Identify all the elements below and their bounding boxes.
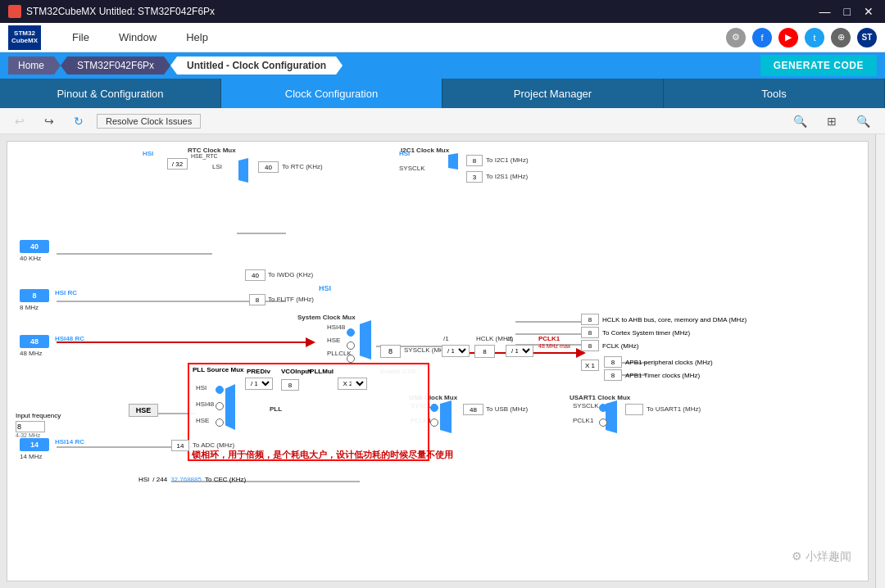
tab-tools[interactable]: Tools	[664, 79, 885, 108]
usb-radio-2[interactable]	[430, 418, 438, 427]
pll-radio-hsi[interactable]	[216, 386, 224, 394]
refresh-btn[interactable]: ↻	[67, 113, 90, 129]
twitter-icon[interactable]: t	[805, 28, 824, 47]
prediv-label: PREDiv	[247, 368, 270, 375]
pll-source-mux-tri[interactable]	[225, 384, 235, 430]
hsi-cec-label: HSI	[138, 476, 149, 483]
cec-div244: / 244	[152, 476, 167, 483]
input-freq-section: Input frequency 4-32 MHz	[16, 412, 61, 438]
facebook-icon[interactable]: f	[752, 28, 772, 47]
usart1-mux[interactable]	[606, 400, 617, 433]
usart1-clock-mux-label: USART1 Clock Mux	[570, 394, 630, 401]
settings-icon[interactable]: ⚙	[726, 28, 746, 47]
to-rtc-label: To RTC (KHz)	[282, 163, 323, 170]
menu-window[interactable]: Window	[112, 28, 163, 47]
apb1-peri-row: 8 APB1 peripheral clocks (MHz)	[604, 356, 833, 368]
sysclk-i2c-label: SYSCLK	[399, 165, 425, 172]
input-freq-range: 4-32 MHz	[16, 432, 61, 438]
breadcrumb: Home STM32F042F6Px Untitled - Clock Conf…	[0, 52, 885, 79]
hsi-pll-label: HSI	[319, 284, 331, 292]
pll-mul-label: *PLLMul	[307, 368, 334, 375]
hse-sys-label: HSE	[327, 337, 340, 344]
tab-bar: Pinout & Configuration Clock Configurati…	[0, 79, 885, 108]
cortex-sys-box: 8	[581, 327, 599, 338]
window-controls[interactable]: — □ ✕	[816, 5, 877, 18]
sys-mux-radio-hse[interactable]	[347, 341, 355, 350]
hsi14-rc-block: 14	[20, 438, 49, 451]
zoom-in-btn[interactable]: 🔍	[787, 113, 814, 129]
breadcrumb-chip[interactable]: STM32F042F6Px	[61, 57, 170, 75]
close-btn[interactable]: ✕	[860, 5, 877, 18]
hsi-rc-block: 8	[20, 289, 49, 302]
maximize-btn[interactable]: □	[841, 5, 854, 18]
pll-hse-label: HSE	[196, 417, 209, 424]
prediv-select[interactable]: / 1	[245, 378, 273, 390]
pll-hsi48-label: HSI48	[196, 400, 214, 408]
input-freq-input[interactable]	[16, 421, 45, 432]
i2c1-out-box: 8	[466, 155, 483, 166]
x1-box: X 1	[581, 360, 599, 371]
usart1-sysclk-label: SYSCLK	[573, 402, 599, 409]
system-clock-mux-label: System Clock Mux	[297, 314, 356, 321]
system-clk-mux[interactable]	[360, 320, 371, 360]
hclk-val-box: 8	[474, 345, 495, 358]
usb-radio-1[interactable]	[430, 404, 438, 412]
usb-mux[interactable]	[440, 400, 452, 433]
st-logo[interactable]: ST	[857, 28, 877, 47]
breadcrumb-active[interactable]: Untitled - Clock Configuration	[170, 57, 343, 75]
menu-bar: STM32CubeMX File Window Help ⚙ f ▶ t ⊕ S…	[0, 23, 885, 52]
menu-help[interactable]: Help	[179, 28, 215, 47]
redo-btn[interactable]: ↪	[38, 113, 61, 129]
tab-clock[interactable]: Clock Configuration	[221, 79, 442, 108]
resolve-clock-btn[interactable]: Resolve Clock Issues	[97, 114, 201, 129]
undo-btn[interactable]: ↩	[8, 113, 31, 129]
lsi-label: LSI	[212, 163, 222, 170]
to-adc-box: 14	[171, 440, 189, 451]
pll-mul-select[interactable]: X 2	[338, 378, 367, 390]
rtc-mux[interactable]	[238, 158, 248, 183]
fit-btn[interactable]: ⊞	[820, 113, 843, 129]
input-freq-label: Input frequency	[16, 412, 61, 419]
breadcrumb-home[interactable]: Home	[8, 57, 61, 75]
lsi-rc-sub: 40 KHz	[20, 255, 41, 262]
sys-mux-radio-hsi48[interactable]	[347, 328, 355, 337]
tab-project[interactable]: Project Manager	[442, 79, 664, 108]
zoom-out-btn[interactable]: 🔍	[850, 113, 877, 129]
to-cec-label: To CEC (KHz)	[205, 476, 246, 483]
clock-diagram[interactable]: RTC Clock Mux I2C1 Clock Mux HSI HSI / 3…	[7, 141, 869, 581]
network-icon[interactable]: ⊕	[831, 28, 851, 47]
fclk-label: FCLK (MHz)	[602, 342, 638, 350]
hse-rtc-label: HSE_RTC	[191, 153, 218, 159]
hclk-ahb-label: HCLK to AHB bus, core, memory and DMA (M…	[602, 316, 747, 323]
hsi14-sub: 14 MHz	[20, 453, 43, 460]
ahb-prescaler-label: /1	[443, 335, 449, 342]
lsi-rc-block: 40	[20, 240, 49, 253]
usart1-radio-1[interactable]	[599, 404, 607, 412]
usart1-radio-2[interactable]	[599, 418, 607, 427]
minimize-btn[interactable]: —	[816, 5, 834, 18]
cortex-label: To Cortex System timer (MHz)	[602, 329, 690, 337]
logo-text: STM32CubeMX	[11, 30, 38, 45]
pll-radio-hse[interactable]	[216, 418, 224, 427]
cortex-sys-row: 8 To Cortex System timer (MHz)	[581, 327, 810, 338]
hsi48-mux-label: HSI48	[327, 323, 345, 331]
pll-hsi-label: HSI	[196, 384, 206, 391]
i2c1-mux[interactable]	[448, 153, 458, 170]
social-icons: ⚙ f ▶ t ⊕ ST	[726, 28, 877, 47]
i2c1-2-box: 3	[466, 171, 483, 183]
generate-code-button[interactable]: GENERATE CODE	[760, 55, 877, 76]
scrollbar-right[interactable]	[875, 134, 885, 588]
hsi48-rc-sub: 48 MHz	[20, 350, 43, 357]
pclk1-label: PCLK1	[538, 335, 560, 342]
menu-file[interactable]: File	[66, 28, 96, 47]
apb1-peri-box: 8	[604, 356, 622, 368]
hsi48-rc-block: 48	[20, 335, 49, 348]
youtube-icon[interactable]: ▶	[778, 28, 798, 47]
hclk-ahb-row: 8 HCLK to AHB bus, core, memory and DMA …	[581, 314, 810, 325]
fclk-row: 8 FCLK (MHz)	[581, 340, 810, 351]
hse-block[interactable]: HSE	[129, 404, 158, 417]
ahb-prescaler-select[interactable]: / 1	[442, 345, 470, 357]
apb1-prescaler-select[interactable]: / 1	[506, 345, 533, 357]
pll-radio-hsi48[interactable]	[216, 402, 224, 410]
tab-pinout[interactable]: Pinout & Configuration	[0, 79, 221, 108]
